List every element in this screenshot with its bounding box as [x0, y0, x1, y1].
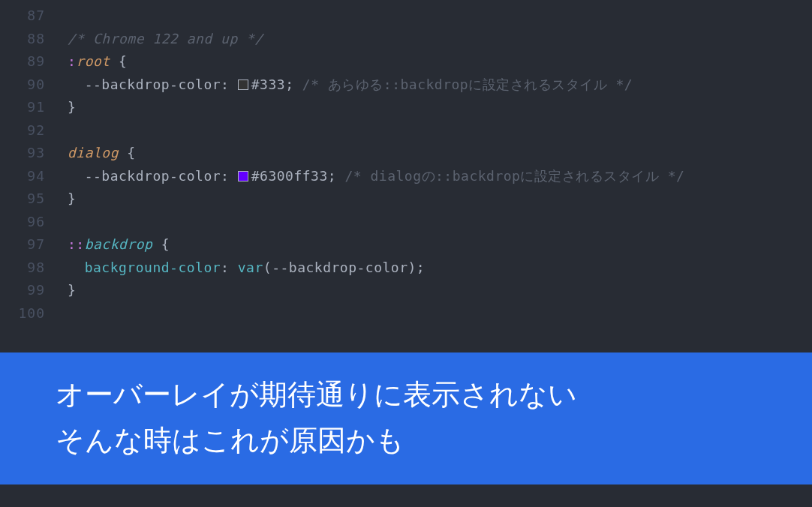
code-token: ) [408, 260, 417, 275]
code-token: { [152, 236, 170, 252]
code-token: backdrop [85, 236, 153, 252]
code-line[interactable] [68, 119, 812, 142]
code-token: ; [417, 260, 425, 275]
line-number: 98 [0, 256, 50, 280]
code-token: : [221, 76, 238, 92]
code-token: ; [328, 168, 345, 184]
code-line[interactable]: } [68, 279, 812, 302]
code-token: #6300ff33 [251, 168, 328, 184]
line-number: 100 [0, 302, 50, 326]
code-line[interactable]: background-color: var(--backdrop-color); [68, 256, 812, 280]
code-token: var [238, 260, 263, 275]
code-token: /* Chrome 122 and up */ [68, 31, 263, 46]
code-token: { [119, 145, 136, 160]
line-number: 99 [0, 279, 50, 302]
line-number: 88 [0, 28, 50, 51]
color-swatch-icon [238, 80, 248, 90]
code-line[interactable]: --backdrop-color: #333; /* あらゆる::backdro… [68, 74, 812, 97]
code-line[interactable]: } [68, 96, 812, 119]
line-number: 95 [0, 188, 50, 211]
code-token: } [68, 282, 76, 298]
line-number: 97 [0, 233, 50, 256]
code-token: dialog [68, 145, 119, 160]
code-line[interactable] [68, 302, 812, 326]
code-line[interactable]: ::backdrop { [68, 233, 812, 256]
code-token: :: [68, 236, 85, 252]
banner-line-1: オーバーレイが期待通りに表示されない [56, 372, 812, 418]
title-banner: オーバーレイが期待通りに表示されない そんな時はこれが原因かも [0, 352, 812, 484]
code-token: --backdrop-color [85, 76, 221, 92]
color-swatch-icon [238, 171, 248, 182]
code-token: : [221, 168, 238, 184]
banner-line-2: そんな時はこれが原因かも [56, 418, 812, 464]
line-number: 90 [0, 74, 50, 97]
code-token: } [68, 190, 76, 206]
code-token: --backdrop-color [85, 168, 221, 184]
code-line[interactable]: --backdrop-color: #6300ff33; /* dialogの:… [68, 165, 812, 188]
code-token: ( [263, 260, 272, 275]
code-token: root [76, 53, 110, 69]
line-number: 94 [0, 165, 50, 188]
code-token: --backdrop-color [272, 260, 408, 275]
code-line[interactable]: :root { [68, 50, 812, 74]
code-token: : [68, 53, 76, 69]
code-line[interactable]: /* Chrome 122 and up */ [68, 28, 812, 51]
code-token: { [110, 53, 128, 69]
code-line[interactable]: dialog { [68, 142, 812, 165]
code-token: /* あらゆる::backdropに設定されるスタイル */ [302, 76, 633, 92]
line-number: 96 [0, 211, 50, 234]
line-number: 93 [0, 142, 50, 165]
code-token: ; [285, 76, 302, 92]
code-line[interactable]: } [68, 188, 812, 211]
line-number: 91 [0, 96, 50, 119]
code-token: } [68, 99, 76, 115]
code-line[interactable] [68, 4, 812, 28]
code-token: background-color [85, 260, 221, 275]
code-token: /* dialogの::backdropに設定されるスタイル */ [345, 168, 685, 184]
code-line[interactable] [68, 211, 812, 234]
code-editor: 87888990919293949596979899100 /* Chrome … [0, 0, 812, 507]
code-token: : [221, 260, 238, 275]
code-token: #333 [251, 76, 285, 92]
line-number: 89 [0, 50, 50, 74]
line-number: 87 [0, 4, 50, 28]
line-number: 92 [0, 119, 50, 142]
